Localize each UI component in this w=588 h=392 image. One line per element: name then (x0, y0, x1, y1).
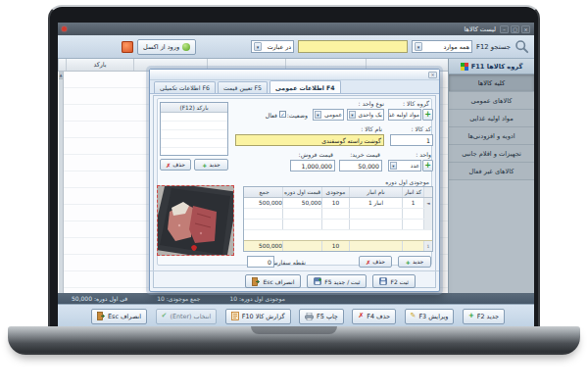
groups-grid-icon (461, 63, 468, 71)
new-button-label: جدید F2 (477, 313, 499, 320)
report-button[interactable]: گزارش کالا F10 (225, 309, 291, 324)
barcode-list-header: بارکد (F12) (161, 103, 227, 113)
printer-icon (305, 313, 314, 320)
unit-type-select[interactable]: یک واحدی▾ (347, 109, 384, 121)
cancel-button[interactable]: انصراف Esc (91, 309, 147, 324)
print-button[interactable]: چاپ F5 (299, 309, 344, 324)
cell-total: 500,000 (244, 198, 282, 208)
scroll-up-icon[interactable]: ▲ (59, 72, 63, 79)
new-button[interactable]: جدید F2 + (463, 309, 505, 324)
footer-count: 1 (423, 241, 432, 251)
dialog-close-icon[interactable]: × (428, 72, 437, 78)
sell-price-label: قیمت فروش: (299, 151, 333, 158)
inventory-table: کد انبار نام انبار موجودی قیمت اول دوره … (243, 186, 433, 252)
inventory-section-label: موجودی اول دوره (385, 178, 429, 185)
unit-label: واحد : (416, 151, 431, 158)
close-icon[interactable]: × (521, 25, 530, 33)
add-group-icon[interactable]: + (422, 109, 433, 121)
barcode-new-button[interactable]: جدید + (194, 159, 228, 171)
cancel-button-label: انصراف Esc (108, 313, 141, 320)
group-select[interactable]: + مواد اولیه غذایی▾ (388, 109, 433, 121)
col-opening-price[interactable]: قیمت اول دوره (282, 187, 321, 197)
tab-extra-info[interactable]: اطلاعات تکمیلی F6 (154, 81, 216, 93)
search-scope-select[interactable]: همه موارد ▾ (412, 40, 472, 53)
sidebar-item-all-products[interactable]: کلیه کالاها (449, 74, 534, 92)
inventory-row-empty[interactable] (244, 220, 432, 230)
group-value: مواد اولیه غذایی (388, 112, 419, 118)
inventory-new-button[interactable]: جدید + (398, 256, 431, 268)
inventory-row[interactable]: ◄ 1 انبار 1 10 50,000 500,000 (244, 198, 432, 209)
sidebar-item-equipment[interactable]: تجهیزات و اقلام جانبی (449, 145, 534, 163)
dialog-cancel-button[interactable]: انصراف Esc (245, 274, 301, 288)
inventory-row-empty[interactable] (244, 209, 432, 220)
excel-import-button[interactable]: ورود از اکسل (137, 39, 196, 55)
save-button[interactable]: ثبت F2 (372, 274, 416, 288)
dialog-cancel-label: انصراف Esc (263, 278, 294, 285)
column-header-barcode[interactable]: بارکد (66, 59, 133, 71)
search-match-value: در عبارت (268, 43, 291, 50)
chevron-down-icon: ▾ (315, 111, 321, 119)
search-input[interactable] (298, 40, 408, 53)
sidebar-item-inactive[interactable]: کالاهای غیر فعال (449, 163, 534, 180)
barcode-list[interactable]: بارکد (F12) (160, 102, 228, 156)
dialog-footer: ثبت F2 ثبت / جدید F5 (150, 270, 439, 291)
buy-price-field[interactable]: 50,000 (339, 160, 382, 172)
select-button[interactable]: انتخاب (Enter) ✔ (156, 309, 218, 324)
search-match-select[interactable]: در عبارت ▾ (251, 40, 294, 53)
search-icon (514, 39, 529, 54)
report-icon (231, 312, 239, 320)
product-photo[interactable] (157, 185, 234, 256)
name-field[interactable]: گوشت راسته گوسفندی (235, 134, 384, 146)
refresh-icon[interactable] (122, 41, 133, 53)
edit-button[interactable]: ویرایش F3 ✎ (405, 309, 455, 324)
search-scope-value: همه موارد (443, 43, 469, 50)
add-unit-icon[interactable]: + (422, 160, 433, 172)
delete-button-label: حذف F4 (367, 313, 390, 320)
code-field[interactable]: 1 (390, 134, 433, 146)
exit-door-icon (252, 277, 260, 286)
reorder-field[interactable]: 0 (247, 256, 274, 268)
page: × ▢ – لیست کالاها جستجو F12 همه موارد ▾ (0, 0, 588, 392)
active-checkbox[interactable]: ✓ (279, 111, 286, 118)
group-label: گروه کالا : (403, 100, 429, 107)
col-warehouse-name[interactable]: نام انبار (349, 187, 402, 197)
window-titlebar: × ▢ – لیست کالاها (58, 23, 534, 35)
sidebar-item-spices[interactable]: ادویه و افزودنی‌ها (449, 127, 534, 145)
maximize-icon[interactable]: ▢ (511, 25, 519, 33)
unit-type-value: یک واحدی (358, 112, 382, 118)
unit-subtype-select[interactable]: عمومی▾ (313, 109, 344, 121)
sidebar-item-food-raw[interactable]: مواد اولیه غذایی (449, 110, 534, 127)
chevron-down-icon: ▾ (390, 162, 397, 170)
cell-warehouse-code: 1 (402, 198, 423, 208)
status-item: فی اول دوره: 50,000 (72, 295, 127, 302)
tab-general-info[interactable]: اطلاعات عمومی F4 (270, 80, 341, 93)
col-warehouse-code[interactable]: کد انبار (402, 187, 423, 197)
save-new-icon (314, 277, 321, 285)
barcode-delete-button[interactable]: حذف ✗ (160, 159, 191, 171)
col-qty[interactable]: موجودی (321, 187, 349, 197)
sidebar-item-general[interactable]: کالاهای عمومی (449, 92, 534, 110)
active-label: فعال (266, 112, 277, 119)
buy-price-label: قیمت خرید: (350, 151, 380, 158)
delete-button[interactable]: حذف F4 ✗ (352, 309, 396, 324)
checkmark-icon: ✔ (162, 313, 168, 319)
minimize-icon[interactable]: – (500, 25, 509, 33)
dialog-tabs: اطلاعات تکمیلی F6 تعیین قیمت F5 اطلاعات … (150, 80, 439, 94)
col-total[interactable]: جمع (244, 187, 282, 197)
save-new-button[interactable]: ثبت / جدید F5 (307, 274, 367, 288)
inventory-header-row: کد انبار نام انبار موجودی قیمت اول دوره … (244, 187, 432, 198)
plus-icon: + (468, 313, 474, 319)
print-button-label: چاپ F5 (317, 313, 338, 320)
window-title: لیست کالاها (465, 25, 496, 33)
laptop-base (8, 326, 580, 355)
inventory-delete-button[interactable]: حذف ✗ (359, 256, 392, 268)
plus-icon: + (406, 259, 411, 266)
report-button-label: گزارش کالا F10 (242, 313, 285, 320)
exit-door-icon (97, 312, 105, 320)
sell-price-field[interactable]: 1,000,000 (290, 160, 335, 172)
save-label: ثبت F2 (390, 278, 409, 285)
tab-pricing[interactable]: تعیین قیمت F5 (218, 81, 268, 93)
unit-select[interactable]: + عدد▾ (388, 160, 433, 172)
vertical-scrollbar[interactable]: ▲ (58, 72, 64, 293)
sidebar-header-label: گروه کالاها F11 (471, 63, 522, 71)
